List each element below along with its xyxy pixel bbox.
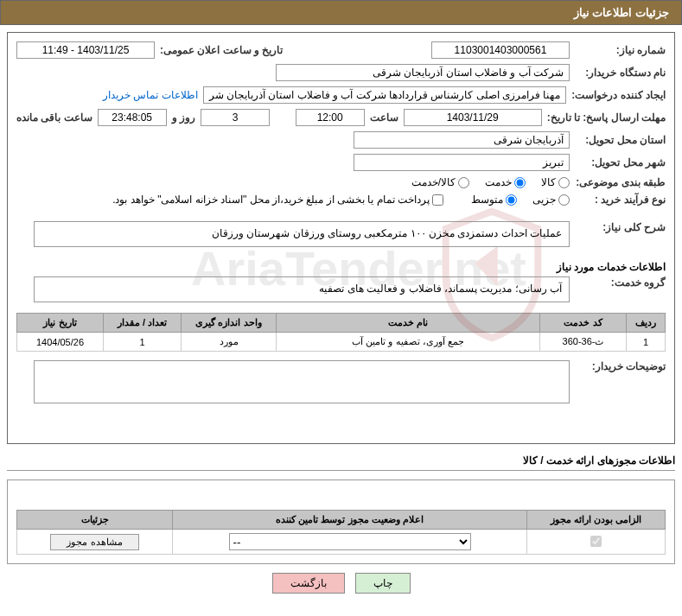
deadline-date: 1403/11/29 xyxy=(404,109,542,126)
th-date: تاریخ نیاز xyxy=(17,314,104,333)
city: تبریز xyxy=(354,154,570,171)
license-section-title: اطلاعات مجوزهای ارائه خدمت / کالا xyxy=(7,451,675,471)
license-table: الزامی بودن ارائه مجوز اعلام وضعیت مجوز … xyxy=(16,510,666,555)
service-group: آب رسانی؛ مدیریت پسماند، فاضلاب و فعالیت… xyxy=(34,276,570,302)
th-row: ردیف xyxy=(627,314,666,333)
buyer-notes xyxy=(34,360,570,403)
cell-date: 1404/05/26 xyxy=(17,333,104,352)
th-mandatory: الزامی بودن ارائه مجوز xyxy=(527,511,666,530)
th-details: جزئیات xyxy=(17,511,173,530)
th-code: کد خدمت xyxy=(540,314,627,333)
lbl-requester: ایجاد کننده درخواست: xyxy=(571,89,666,101)
services-table: ردیف کد خدمت نام خدمت واحد اندازه گیری ت… xyxy=(16,313,666,352)
lbl-deadline: مهلت ارسال پاسخ: تا تاریخ: xyxy=(547,111,666,124)
lbl-need-number: شماره نیاز: xyxy=(575,44,666,56)
th-unit: واحد اندازه گیری xyxy=(182,314,277,333)
back-button[interactable]: بازگشت xyxy=(272,573,345,594)
purchase-type-radio-group: جزیی متوسط xyxy=(471,194,570,206)
lbl-category: طبقه بندی موضوعی: xyxy=(575,176,666,188)
checkbox-treasury[interactable] xyxy=(432,194,443,206)
radio-goods-service[interactable] xyxy=(458,177,469,188)
lbl-remaining: ساعت باقی مانده xyxy=(16,111,92,124)
lbl-province: استان محل تحویل: xyxy=(575,134,666,146)
radio-goods[interactable] xyxy=(558,177,570,188)
lbl-service-group: گروه خدمت: xyxy=(575,276,666,289)
radio-goods-label: کالا xyxy=(541,176,556,188)
need-number: 1103001403000561 xyxy=(431,41,570,59)
view-license-button[interactable]: مشاهده مجوز xyxy=(50,534,138,550)
cell-row: 1 xyxy=(627,333,666,352)
status-select[interactable]: -- xyxy=(229,533,471,550)
days-left: 3 xyxy=(201,109,270,126)
buyer-contact-link[interactable]: اطلاعات تماس خریدار xyxy=(103,89,198,101)
license-panel: الزامی بودن ارائه مجوز اعلام وضعیت مجوز … xyxy=(7,479,675,564)
lbl-buyer-notes: توضیحات خریدار: xyxy=(575,360,666,372)
category-radio-group: کالا خدمت کالا/خدمت xyxy=(411,176,570,188)
th-qty: تعداد / مقدار xyxy=(104,314,182,333)
lbl-buyer-org: نام دستگاه خریدار: xyxy=(575,67,666,79)
th-name: نام خدمت xyxy=(277,314,540,333)
lbl-announce: تاریخ و ساعت اعلان عمومی: xyxy=(160,44,283,56)
radio-partial[interactable] xyxy=(558,194,570,206)
cell-unit: مورد xyxy=(182,333,277,352)
action-buttons: چاپ بازگشت xyxy=(0,573,682,594)
cell-code: ث-36-360 xyxy=(540,333,627,352)
table-row: -- مشاهده مجوز xyxy=(17,530,666,555)
radio-medium-label: متوسط xyxy=(471,194,503,206)
need-desc: عملیات احداث دستمزدی مخزن ۱۰۰ مترمکعبی ر… xyxy=(34,221,570,247)
buyer-org: شرکت آب و فاضلاب استان آذربایجان شرقی xyxy=(276,64,570,81)
cell-name: جمع آوری، تصفیه و تامین آب xyxy=(277,333,540,352)
th-status: اعلام وضعیت مجوز توسط تامین کننده xyxy=(173,511,527,530)
hours-left: 23:48:05 xyxy=(98,109,167,126)
deadline-hour: 12:00 xyxy=(296,109,365,126)
lbl-hour: ساعت xyxy=(370,111,398,124)
lbl-need-desc: شرح کلی نیاز: xyxy=(575,221,666,233)
radio-service-label: خدمت xyxy=(485,176,512,188)
checkbox-mandatory xyxy=(590,536,602,547)
province: آذربایجان شرقی xyxy=(354,131,570,149)
radio-goods-service-label: کالا/خدمت xyxy=(411,176,456,188)
requester: مهنا فرامرزی اصلی کارشناس قراردادها شرکت… xyxy=(203,86,567,104)
radio-medium[interactable] xyxy=(506,194,517,206)
treasury-note: پرداخت تمام یا بخشی از مبلغ خرید،از محل … xyxy=(112,194,430,206)
lbl-purchase-type: نوع فرآیند خرید : xyxy=(575,194,666,206)
services-info-title: اطلاعات خدمات مورد نیاز xyxy=(16,261,666,273)
radio-partial-label: جزیی xyxy=(532,194,556,206)
lbl-city: شهر محل تحویل: xyxy=(575,156,666,168)
page-title: جزئیات اطلاعات نیاز xyxy=(0,0,682,25)
lbl-days-and: روز و xyxy=(172,111,195,124)
details-panel: AriaTender.net شماره نیاز: 1103001403000… xyxy=(7,32,675,444)
announce-datetime: 1403/11/25 - 11:49 xyxy=(16,41,155,59)
radio-service[interactable] xyxy=(514,177,526,188)
table-row: 1 ث-36-360 جمع آوری، تصفیه و تامین آب مو… xyxy=(17,333,666,352)
cell-qty: 1 xyxy=(104,333,182,352)
print-button[interactable]: چاپ xyxy=(355,573,411,594)
